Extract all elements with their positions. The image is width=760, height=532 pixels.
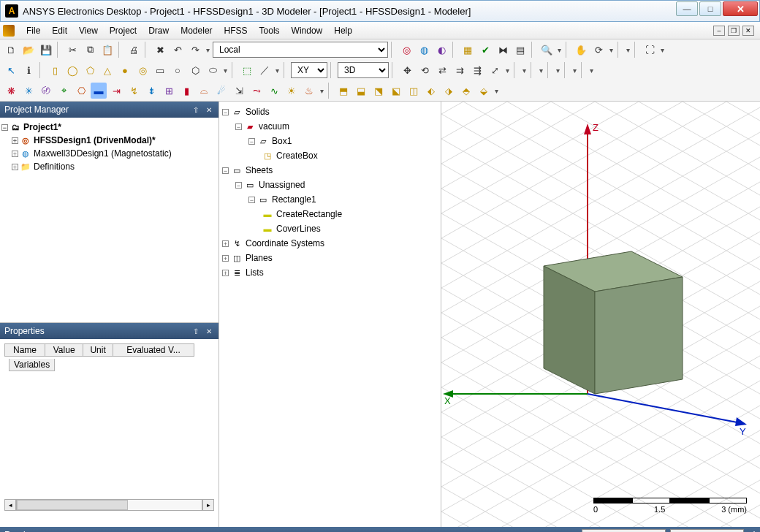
field-plot-button[interactable]: ▮ <box>178 83 194 99</box>
port-wave-button[interactable]: ⇥ <box>108 83 124 99</box>
redo-button[interactable]: ↷ <box>187 42 203 58</box>
draw-sphere-button[interactable]: ● <box>117 62 133 78</box>
subtract-button[interactable]: ⬓ <box>353 83 369 99</box>
toolbar-overflow-icon[interactable]: ▾ <box>319 87 325 95</box>
toolbar-overflow-icon[interactable]: ▾ <box>555 66 561 75</box>
rotate-button[interactable]: ⟳ <box>590 42 607 58</box>
new-button[interactable]: 🗋 <box>3 42 19 58</box>
model-tree[interactable]: −▱Solids −▰vacuum −▱Box1 ◳CreateBox −▭Sh… <box>219 102 441 527</box>
scroll-left-icon[interactable]: ◂ <box>4 499 16 511</box>
plane-dropdown[interactable]: XY <box>291 62 327 78</box>
rectangle1-node[interactable]: Rectangle1 <box>272 194 316 205</box>
imprint-button[interactable]: ◫ <box>406 83 422 99</box>
coverlines-node[interactable]: CoverLines <box>276 224 321 234</box>
maxwell-design-node[interactable]: Maxwell3DDesign1 (Magnetostatic) <box>34 148 172 159</box>
boundary-radiation-button[interactable]: ✳ <box>20 83 37 99</box>
pin-icon[interactable]: ⇧ <box>191 104 201 115</box>
createbox-node[interactable]: CreateBox <box>276 151 318 161</box>
draw-torus-button[interactable]: ◎ <box>134 62 151 78</box>
menu-modeler[interactable]: Modeler <box>175 23 218 38</box>
coord-system-dropdown[interactable]: Local <box>213 42 388 58</box>
tree-expand-icon[interactable]: + <box>12 137 18 144</box>
minimize-button[interactable]: — <box>676 1 698 16</box>
tree-expand-icon[interactable]: − <box>222 109 229 115</box>
draw-polygon-button[interactable]: ⬡ <box>187 62 203 78</box>
menu-tools[interactable]: Tools <box>254 23 286 38</box>
thicken-button[interactable]: ⬗ <box>441 83 457 99</box>
help-context-button[interactable]: ℹ <box>20 62 37 78</box>
tree-expand-icon[interactable]: + <box>222 270 229 276</box>
delete-button[interactable]: ✖ <box>152 42 168 58</box>
properties-grid[interactable]: Name Value Unit Evaluated V... ◂ ▸ Varia… <box>0 339 218 527</box>
analyze-button[interactable]: ⧓ <box>495 42 511 58</box>
menu-help[interactable]: Help <box>328 23 358 38</box>
col-eval[interactable]: Evaluated V... <box>113 344 194 357</box>
validate-button[interactable]: ✔ <box>477 42 493 58</box>
tree-expand-icon[interactable]: − <box>222 167 229 174</box>
scroll-right-icon[interactable]: ▸ <box>202 499 214 511</box>
tab-variables[interactable]: Variables <box>9 359 55 371</box>
circuit-design-button[interactable]: ▦ <box>460 42 476 58</box>
zoom-button[interactable]: 🔍 <box>539 42 555 58</box>
hfss-design-button[interactable]: ◎ <box>398 42 414 58</box>
tree-expand-icon[interactable]: + <box>12 164 18 170</box>
intersect-button[interactable]: ⬔ <box>370 83 387 99</box>
properties-scrollbar[interactable]: ◂ ▸ <box>4 499 214 511</box>
maximize-button[interactable]: □ <box>699 1 721 16</box>
paste-button[interactable]: 📋 <box>99 42 115 58</box>
copy-button[interactable]: ⧉ <box>82 42 98 58</box>
menu-file[interactable]: File <box>20 23 46 38</box>
draw-cone-button[interactable]: △ <box>99 62 115 78</box>
3d-viewport[interactable]: Z X Y 0 1.5 3 (mm) <box>441 102 760 527</box>
box1-node[interactable]: Box1 <box>272 136 292 146</box>
boundary-imp-button[interactable]: 〄 <box>38 83 54 99</box>
draw-cube-button[interactable]: ⬚ <box>239 62 255 78</box>
draw-rectangle-button[interactable]: ▭ <box>152 62 168 78</box>
toolbar-overflow-icon[interactable]: ▾ <box>222 66 229 75</box>
draw-cylinder-button[interactable]: ◯ <box>64 62 80 78</box>
menu-view[interactable]: View <box>73 23 104 38</box>
duplicate-around-button[interactable]: ⇶ <box>469 62 485 78</box>
toolbar-overflow-icon[interactable]: ▾ <box>608 46 615 54</box>
col-value[interactable]: Value <box>45 344 83 357</box>
cut-button[interactable]: ✂ <box>64 42 80 58</box>
maxwell-design-button[interactable]: ◍ <box>416 42 432 58</box>
toolbar-overflow-icon[interactable]: ▾ <box>274 66 281 75</box>
lists-node[interactable]: Lists <box>246 267 264 278</box>
definitions-node[interactable]: Definitions <box>34 162 75 172</box>
draw-box-button[interactable]: ▯ <box>47 62 63 78</box>
project-tree[interactable]: −🗂Project1* +◎HFSSDesign1 (DrivenModal)*… <box>0 118 218 322</box>
undo-button[interactable]: ↶ <box>170 42 186 58</box>
scroll-thumb[interactable] <box>17 500 128 510</box>
mdi-minimize-button[interactable]: – <box>713 26 725 36</box>
toolbar-overflow-icon[interactable]: ▾ <box>556 46 563 54</box>
tree-expand-icon[interactable]: + <box>12 151 18 157</box>
draw-ellipse-button[interactable]: ⬭ <box>205 62 221 78</box>
col-name[interactable]: Name <box>5 344 45 357</box>
draw-circle-button[interactable]: ○ <box>170 62 186 78</box>
draw-polyhedron-button[interactable]: ⬠ <box>82 62 98 78</box>
heat-button[interactable]: ♨ <box>301 83 317 99</box>
solids-node[interactable]: Solids <box>246 107 270 117</box>
scale-button[interactable]: ⤢ <box>487 62 503 78</box>
boundary-slave-button[interactable]: ▬ <box>91 83 107 99</box>
createrect-node[interactable]: CreateRectangle <box>276 209 342 219</box>
close-button[interactable]: ✕ <box>723 1 758 16</box>
show-messages-button[interactable]: Show 0 Messages <box>582 529 666 532</box>
mirror-button[interactable]: ⇄ <box>434 62 450 78</box>
sar-button[interactable]: ∿ <box>266 83 282 99</box>
toolbar-overflow-icon[interactable]: ▾ <box>571 66 578 75</box>
hfss-design-node[interactable]: HFSSDesign1 (DrivenModal)* <box>34 135 156 145</box>
mode3d-dropdown[interactable]: 3D <box>338 62 389 78</box>
close-panel-icon[interactable]: ✕ <box>204 104 214 115</box>
toolbar-overflow-icon[interactable]: ▾ <box>588 66 595 75</box>
tree-expand-icon[interactable]: − <box>248 138 255 145</box>
move-button[interactable]: ✥ <box>399 62 415 78</box>
far-field-button[interactable]: ⤳ <box>248 83 265 99</box>
tree-expand-icon[interactable]: − <box>235 182 242 189</box>
pin-icon[interactable]: ⇧ <box>191 326 201 336</box>
mdi-restore-button[interactable]: ❐ <box>728 26 740 36</box>
emission-button[interactable]: ☀ <box>284 83 300 99</box>
col-unit[interactable]: Unit <box>83 344 113 357</box>
cover-button[interactable]: ⬘ <box>458 83 474 99</box>
